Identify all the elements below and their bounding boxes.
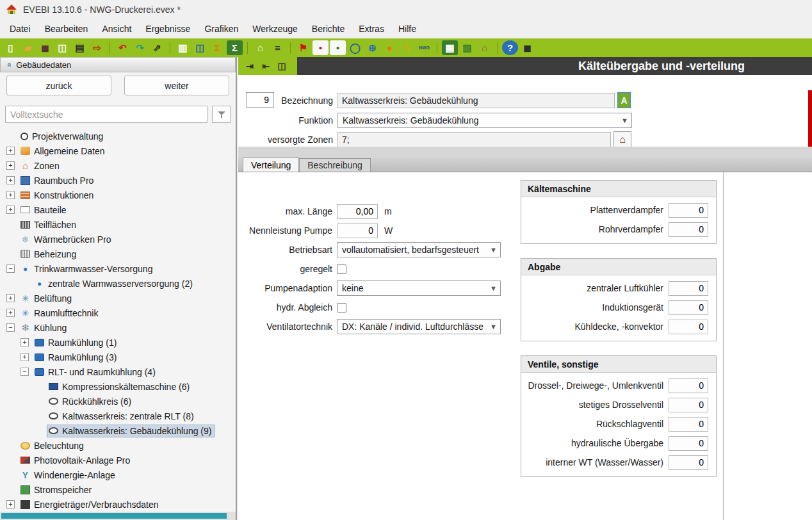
tree-item-kompressionskaeltemaschine-6[interactable]: Kompressionskältemaschine (6) xyxy=(0,379,236,394)
building-data-icon[interactable]: ⌂ xyxy=(252,40,268,55)
wizard-arrow-icon[interactable]: ⇗ xyxy=(149,40,165,55)
hydraulische-uebergabe-input[interactable] xyxy=(669,436,708,451)
tree-item-windenergie-anlage[interactable]: Windenergie-Anlage xyxy=(0,467,236,482)
red-marker-icon[interactable]: ▪ xyxy=(313,40,329,55)
tree-item-photovoltaik-anlage-pro[interactable]: Photovoltaik-Anlage Pro xyxy=(0,453,236,467)
green-marker-icon[interactable]: ▪ xyxy=(330,40,346,55)
help-icon[interactable]: ? xyxy=(502,40,518,55)
max-laenge-input[interactable] xyxy=(337,204,378,219)
sum-green-icon[interactable]: Σ xyxy=(227,40,243,55)
tree-item-konstruktionen[interactable]: +Konstruktionen xyxy=(0,188,236,202)
menu-item-werkzeuge[interactable]: Werkzeuge xyxy=(245,20,305,37)
comment-icon[interactable]: ⚑ xyxy=(295,40,311,55)
compare-documents-icon[interactable]: ◫ xyxy=(192,40,208,55)
tree-item-rlt-und-raumkuehlung-4[interactable]: −RLT- und Raumkühlung (4) xyxy=(0,364,236,379)
menu-item-ergebnisse[interactable]: Ergebnisse xyxy=(138,20,197,37)
expander-icon[interactable]: + xyxy=(6,176,15,184)
expander-icon[interactable]: + xyxy=(6,206,15,214)
report-document-icon[interactable]: ▥ xyxy=(175,40,191,55)
tree-item-stromspeicher[interactable]: Stromspeicher xyxy=(0,482,236,497)
kuehldecke-konvektor-input[interactable] xyxy=(669,320,708,334)
geregelt-checkbox[interactable] xyxy=(337,264,346,274)
back-button[interactable]: zurück xyxy=(6,76,111,95)
open-folder-icon[interactable]: ▰ xyxy=(20,40,36,55)
betriebsart-select[interactable]: vollautomatisiert, bedarfsgesteuert▼ xyxy=(337,242,501,257)
list-icon[interactable]: ≡ xyxy=(270,40,286,55)
transfer-left-icon[interactable]: ⇤ xyxy=(259,60,272,72)
expander-icon[interactable]: + xyxy=(6,161,15,170)
bezeichnung-input[interactable] xyxy=(337,93,615,108)
tree-item-raumlufttechnik[interactable]: +Raumlufttechnik xyxy=(0,305,236,320)
expander-icon[interactable]: + xyxy=(20,353,29,361)
zone-picker-button[interactable]: ⌂ xyxy=(613,131,631,147)
sidebar-header[interactable]: » Gebäudedaten xyxy=(0,57,236,72)
induktionsgeraet-input[interactable] xyxy=(669,300,708,315)
tab-verteilung[interactable]: Verteilung xyxy=(243,158,299,172)
orange-dot-icon[interactable]: ● xyxy=(382,40,398,55)
building-sketch-icon[interactable]: ⌂ xyxy=(476,40,492,55)
expander-icon[interactable]: + xyxy=(6,191,15,199)
nennleistung-pumpe-input[interactable] xyxy=(337,223,378,238)
plattenverdampfer-input[interactable] xyxy=(669,203,708,218)
tree-item-kaltwasserkreis-zentrale-rlt-8[interactable]: Kaltwasserkreis: zentrale RLT (8) xyxy=(0,409,236,423)
menu-item-berichte[interactable]: Berichte xyxy=(305,20,352,37)
tree-item-beleuchtung[interactable]: Beleuchtung xyxy=(0,438,236,453)
expander-icon[interactable]: − xyxy=(6,323,15,332)
menu-item-extras[interactable]: Extras xyxy=(352,20,391,37)
stetiges-drosselventil-input[interactable] xyxy=(669,398,708,412)
funktion-select[interactable]: Kaltwasserkreis: Gebäudekühlung ▼ xyxy=(337,113,632,128)
globe-icon[interactable]: ⊕ xyxy=(364,40,380,55)
record-scrollbar[interactable] xyxy=(808,90,812,149)
tree-item-rueckkuehlkreis-6[interactable]: Rückkühlkreis (6) xyxy=(0,394,236,409)
menu-item-bearbeiten[interactable]: Bearbeiten xyxy=(38,20,95,37)
expander-icon[interactable]: − xyxy=(6,264,15,273)
document-green-icon[interactable]: ▧ xyxy=(459,40,475,55)
hydr-abgleich-checkbox[interactable] xyxy=(337,303,346,313)
print-icon[interactable]: ▤ xyxy=(72,40,88,55)
drossel-dreiwege-umlenkventil-input[interactable] xyxy=(669,378,708,393)
tree-item-allgemeine-daten[interactable]: +Allgemeine Daten xyxy=(0,143,236,158)
tree-item-kuehlung[interactable]: −Kühlung xyxy=(0,320,236,335)
expander-icon[interactable]: + xyxy=(6,147,15,155)
new-document-icon[interactable]: ▯ xyxy=(3,40,19,55)
undo-icon[interactable]: ↶ xyxy=(115,40,131,55)
rohrverdampfer-input[interactable] xyxy=(669,222,708,237)
lightning-icon[interactable]: ϟ xyxy=(399,40,415,55)
sidebar-horizontal-scrollbar[interactable] xyxy=(0,512,236,520)
rueckschlagventil-input[interactable] xyxy=(669,417,708,432)
green-panel-icon[interactable]: ▦ xyxy=(442,40,458,55)
search-input[interactable] xyxy=(5,106,207,123)
nwg-icon[interactable]: NWG xyxy=(416,40,432,55)
interner-wt-wasser-wasser-input[interactable] xyxy=(669,455,708,470)
tree-item-projektverwaltung[interactable]: Projektverwaltung xyxy=(0,129,236,143)
save-icon[interactable]: ◼ xyxy=(37,40,53,55)
tree-item-kaltwasserkreis-gebaeudekuehlung-9[interactable]: Kaltwasserkreis: Gebäudekühlung (9) xyxy=(0,423,236,438)
tree-item-raumkuehlung-3[interactable]: +Raumkühlung (3) xyxy=(0,350,236,364)
menu-item-hilfe[interactable]: Hilfe xyxy=(391,20,423,37)
tree-item-zentrale-warmwasserversorgung-2[interactable]: zentrale Warmwasserversorgung (2) xyxy=(0,276,236,291)
menu-item-datei[interactable]: Datei xyxy=(3,20,38,37)
ventilatortechnik-select[interactable]: DX: Kanäle / individ. Luftdurchlässe▼ xyxy=(337,319,501,334)
auto-name-button[interactable]: A xyxy=(617,92,631,108)
tree-item-raumkuehlung-1[interactable]: +Raumkühlung (1) xyxy=(0,335,236,350)
tree-item-belueftung[interactable]: +Belüftung xyxy=(0,291,236,305)
tree-item-zonen[interactable]: +Zonen xyxy=(0,158,236,173)
tree-item-waermebruecken-pro[interactable]: Wärmebrücken Pro xyxy=(0,232,236,247)
redo-icon[interactable]: ↷ xyxy=(132,40,148,55)
scrollbar-thumb[interactable] xyxy=(1,513,227,519)
expander-icon[interactable]: − xyxy=(20,368,29,376)
dark-app-icon[interactable]: ◼ xyxy=(519,40,535,55)
menu-item-grafiken[interactable]: Grafiken xyxy=(197,20,245,37)
transfer-right-icon[interactable]: ⇥ xyxy=(243,60,256,72)
tree-item-trinkwarmwasser-versorgung[interactable]: −Trinkwarmwasser-Versorgung xyxy=(0,261,236,276)
copy-record-icon[interactable]: ◫ xyxy=(275,60,288,72)
sum-orange-icon[interactable]: Σ xyxy=(209,40,225,55)
tree-item-beheizung[interactable]: Beheizung xyxy=(0,247,236,261)
expander-icon[interactable]: + xyxy=(20,338,29,346)
expander-icon[interactable]: + xyxy=(6,500,15,508)
tree-item-teilflaechen[interactable]: Teilflächen xyxy=(0,217,236,232)
tree-item-raumbuch-pro[interactable]: +Raumbuch Pro xyxy=(0,173,236,188)
menu-item-ansicht[interactable]: Ansicht xyxy=(95,20,138,37)
pumpenadaption-select[interactable]: keine▼ xyxy=(337,280,501,296)
zoom-icon[interactable]: ◯ xyxy=(347,40,363,55)
